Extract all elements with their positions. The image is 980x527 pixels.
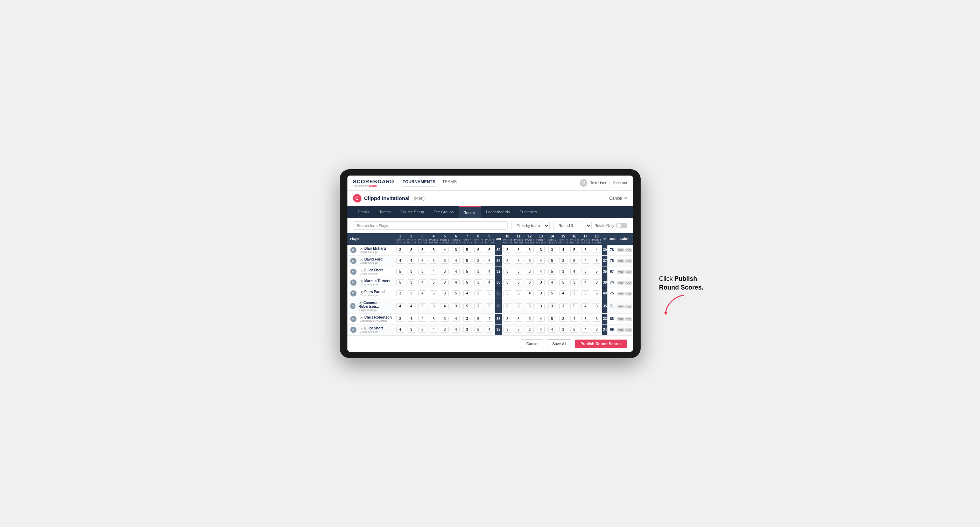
score-input[interactable] xyxy=(548,268,556,275)
score-in-10[interactable] xyxy=(502,245,513,256)
score-in-18[interactable] xyxy=(591,324,602,335)
score-input[interactable] xyxy=(526,258,533,264)
score-out-9[interactable] xyxy=(484,313,495,324)
score-input[interactable] xyxy=(396,247,404,253)
score-out-5[interactable] xyxy=(439,266,450,277)
score-input[interactable] xyxy=(430,258,438,264)
score-input[interactable] xyxy=(474,316,482,322)
score-in-16[interactable] xyxy=(569,266,580,277)
score-out-5[interactable] xyxy=(439,288,450,298)
score-input[interactable] xyxy=(560,303,567,309)
score-input[interactable] xyxy=(396,327,404,333)
score-in-12[interactable] xyxy=(524,324,535,335)
score-input[interactable] xyxy=(407,247,415,253)
score-input[interactable] xyxy=(407,303,415,309)
score-in-13[interactable] xyxy=(535,255,547,266)
score-in-17[interactable] xyxy=(580,298,591,313)
score-input[interactable] xyxy=(526,268,533,275)
score-out-6[interactable] xyxy=(450,255,461,266)
score-in-15[interactable] xyxy=(558,255,569,266)
score-in-16[interactable] xyxy=(569,288,580,298)
score-out-7[interactable] xyxy=(461,266,473,277)
score-out-5[interactable] xyxy=(439,313,450,324)
score-out-2[interactable] xyxy=(406,324,417,335)
score-input[interactable] xyxy=(526,303,533,309)
score-input[interactable] xyxy=(537,279,545,285)
score-input[interactable] xyxy=(548,327,556,333)
score-in-18[interactable] xyxy=(591,245,602,256)
score-input[interactable] xyxy=(548,290,556,296)
score-input[interactable] xyxy=(486,247,493,253)
score-input[interactable] xyxy=(570,247,578,253)
score-out-9[interactable] xyxy=(484,298,495,313)
score-in-14[interactable] xyxy=(547,298,558,313)
score-input[interactable] xyxy=(463,258,471,264)
score-in-18[interactable] xyxy=(591,288,602,298)
score-input[interactable] xyxy=(560,290,567,296)
score-input[interactable] xyxy=(396,258,404,264)
score-input[interactable] xyxy=(474,303,482,309)
score-in-11[interactable] xyxy=(513,324,524,335)
score-input[interactable] xyxy=(441,258,449,264)
score-input[interactable] xyxy=(548,303,556,309)
score-input[interactable] xyxy=(407,279,415,285)
score-in-18[interactable] xyxy=(591,266,602,277)
score-out-3[interactable] xyxy=(417,324,428,335)
score-out-4[interactable] xyxy=(428,288,439,298)
score-input[interactable] xyxy=(537,247,545,253)
score-out-5[interactable] xyxy=(439,245,450,256)
score-input[interactable] xyxy=(581,268,589,275)
score-input[interactable] xyxy=(463,303,471,309)
score-in-12[interactable] xyxy=(524,288,535,298)
score-in-15[interactable] xyxy=(558,298,569,313)
score-out-1[interactable] xyxy=(395,266,406,277)
score-input[interactable] xyxy=(396,290,404,296)
score-input[interactable] xyxy=(441,327,449,333)
score-input[interactable] xyxy=(503,247,511,253)
score-out-8[interactable] xyxy=(473,266,484,277)
score-in-10[interactable] xyxy=(502,277,513,288)
score-out-9[interactable] xyxy=(484,255,495,266)
score-input[interactable] xyxy=(526,290,533,296)
score-out-1[interactable] xyxy=(395,245,406,256)
score-in-10[interactable] xyxy=(502,288,513,298)
score-input[interactable] xyxy=(452,247,460,253)
score-input[interactable] xyxy=(452,303,460,309)
score-input[interactable] xyxy=(396,268,404,275)
score-in-13[interactable] xyxy=(535,288,547,298)
score-input[interactable] xyxy=(452,327,460,333)
score-input[interactable] xyxy=(593,258,600,264)
score-in-10[interactable] xyxy=(502,324,513,335)
score-in-17[interactable] xyxy=(580,245,591,256)
score-input[interactable] xyxy=(486,316,493,322)
score-out-3[interactable] xyxy=(417,266,428,277)
score-out-4[interactable] xyxy=(428,255,439,266)
footer-cancel-button[interactable]: Cancel xyxy=(521,339,543,348)
score-out-2[interactable] xyxy=(406,298,417,313)
score-in-10[interactable] xyxy=(502,266,513,277)
score-in-12[interactable] xyxy=(524,266,535,277)
score-out-8[interactable] xyxy=(473,298,484,313)
score-in-11[interactable] xyxy=(513,298,524,313)
score-input[interactable] xyxy=(452,290,460,296)
score-input[interactable] xyxy=(570,327,578,333)
score-in-11[interactable] xyxy=(513,288,524,298)
score-input[interactable] xyxy=(503,268,511,275)
score-input[interactable] xyxy=(570,268,578,275)
score-out-5[interactable] xyxy=(439,324,450,335)
score-input[interactable] xyxy=(581,247,589,253)
score-out-8[interactable] xyxy=(473,277,484,288)
score-input[interactable] xyxy=(537,327,545,333)
score-out-2[interactable] xyxy=(406,255,417,266)
score-input[interactable] xyxy=(537,258,545,264)
score-out-3[interactable] xyxy=(417,245,428,256)
toggle-switch[interactable] xyxy=(616,223,627,229)
score-in-11[interactable] xyxy=(513,245,524,256)
score-input[interactable] xyxy=(503,303,511,309)
score-input[interactable] xyxy=(486,258,493,264)
score-in-10[interactable] xyxy=(502,255,513,266)
tab-printables[interactable]: Printables xyxy=(515,206,542,218)
score-input[interactable] xyxy=(526,327,533,333)
score-in-11[interactable] xyxy=(513,255,524,266)
score-in-10[interactable] xyxy=(502,313,513,324)
